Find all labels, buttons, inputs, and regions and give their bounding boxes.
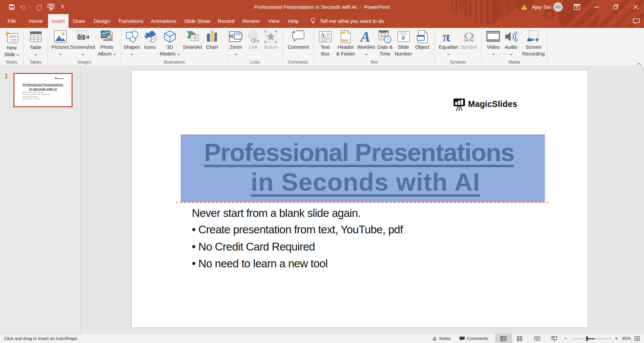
svg-text:Professional Presentations: Professional Presentations xyxy=(23,83,63,86)
svg-text:#: # xyxy=(401,34,405,41)
svg-text:in Seconds with AI: in Seconds with AI xyxy=(29,87,57,91)
svg-text:• Create presentation from tex: • Create presentation from text, YouTube… xyxy=(22,93,50,95)
svg-text:A: A xyxy=(320,32,325,38)
svg-text:MagicSlides: MagicSlides xyxy=(57,78,64,79)
svg-text:Ω: Ω xyxy=(464,30,474,43)
svg-text:• No need to learn a new tool: • No need to learn a new tool xyxy=(22,98,40,100)
svg-text:π: π xyxy=(442,30,450,43)
svg-text:Never start from a blank slide: Never start from a blank slide again. xyxy=(22,91,44,93)
svg-text:• No Credit Card Required: • No Credit Card Required xyxy=(22,96,38,98)
svg-text:A: A xyxy=(360,30,370,43)
